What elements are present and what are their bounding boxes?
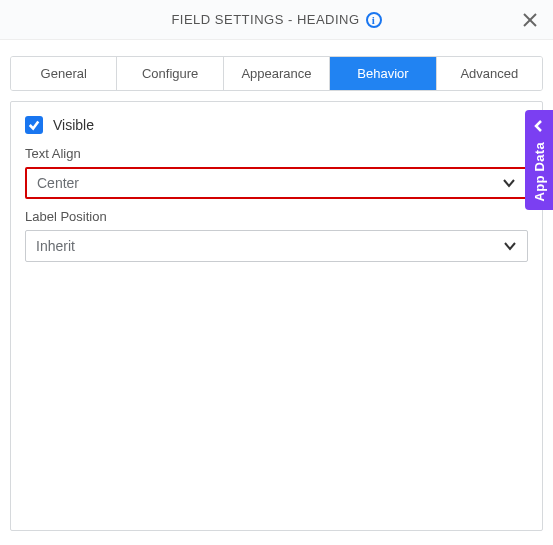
chevron-left-icon xyxy=(533,118,545,136)
tab-configure[interactable]: Configure xyxy=(117,57,223,90)
info-icon[interactable]: i xyxy=(366,12,382,28)
app-data-label: App Data xyxy=(532,142,547,201)
visible-row: Visible xyxy=(25,116,528,134)
dialog-title: FIELD SETTINGS - HEADING xyxy=(171,12,359,27)
close-button[interactable] xyxy=(521,11,539,29)
behavior-panel: Visible Text Align Center Label Position… xyxy=(10,101,543,531)
chevron-down-icon xyxy=(502,176,516,190)
visible-label[interactable]: Visible xyxy=(53,117,94,133)
text-align-value: Center xyxy=(37,175,79,191)
app-data-drawer-toggle[interactable]: App Data xyxy=(525,110,553,210)
dialog-title-wrap: FIELD SETTINGS - HEADING i xyxy=(171,12,381,28)
text-align-select[interactable]: Center xyxy=(25,167,528,199)
dialog-header: FIELD SETTINGS - HEADING i xyxy=(0,0,553,40)
chevron-down-icon xyxy=(503,239,517,253)
text-align-label: Text Align xyxy=(25,146,528,161)
tab-bar: General Configure Appearance Behavior Ad… xyxy=(10,56,543,91)
label-position-select[interactable]: Inherit xyxy=(25,230,528,262)
visible-checkbox[interactable] xyxy=(25,116,43,134)
label-position-label: Label Position xyxy=(25,209,528,224)
tab-behavior[interactable]: Behavior xyxy=(330,57,436,90)
close-icon xyxy=(523,13,537,27)
tab-general[interactable]: General xyxy=(11,57,117,90)
check-icon xyxy=(28,119,40,131)
label-position-value: Inherit xyxy=(36,238,75,254)
tab-appearance[interactable]: Appearance xyxy=(224,57,330,90)
tab-advanced[interactable]: Advanced xyxy=(437,57,542,90)
